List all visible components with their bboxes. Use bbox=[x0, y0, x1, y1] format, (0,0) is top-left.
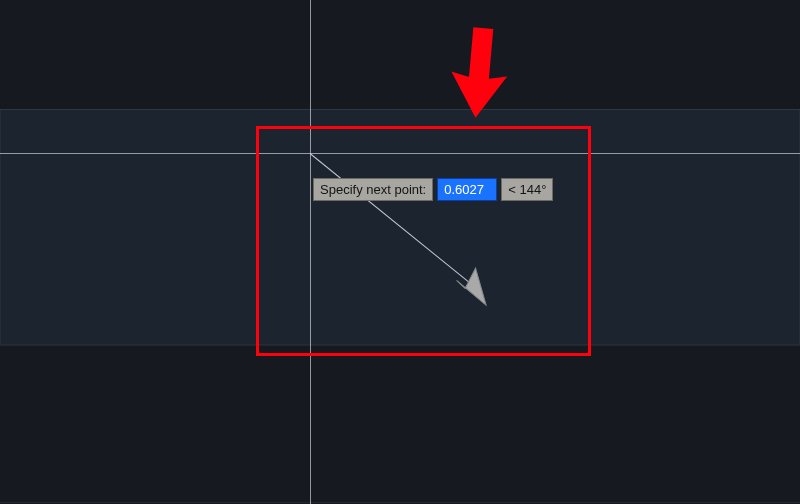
svg-marker-0 bbox=[453, 265, 493, 305]
crosshair-horizontal bbox=[0, 153, 800, 154]
callout-arrow-icon bbox=[420, 6, 540, 126]
angle-value: 144° bbox=[519, 182, 546, 197]
angle-readout[interactable]: < 144° bbox=[501, 178, 553, 201]
distance-input[interactable]: 0.6027 bbox=[437, 178, 497, 201]
angle-prefix: < bbox=[508, 182, 516, 197]
direction-arrowhead-icon bbox=[450, 262, 496, 308]
grid-line-horizontal-minor bbox=[0, 502, 800, 503]
crosshair-vertical bbox=[310, 0, 311, 504]
dynamic-input-tooltip: Specify next point: 0.6027 < 144° bbox=[313, 178, 553, 201]
grid-line-horizontal-minor bbox=[0, 109, 800, 110]
grid-line-horizontal-minor bbox=[0, 345, 800, 346]
prompt-label: Specify next point: bbox=[313, 178, 433, 201]
drawing-canvas[interactable]: Specify next point: 0.6027 < 144° bbox=[0, 0, 800, 504]
svg-marker-1 bbox=[448, 26, 512, 121]
